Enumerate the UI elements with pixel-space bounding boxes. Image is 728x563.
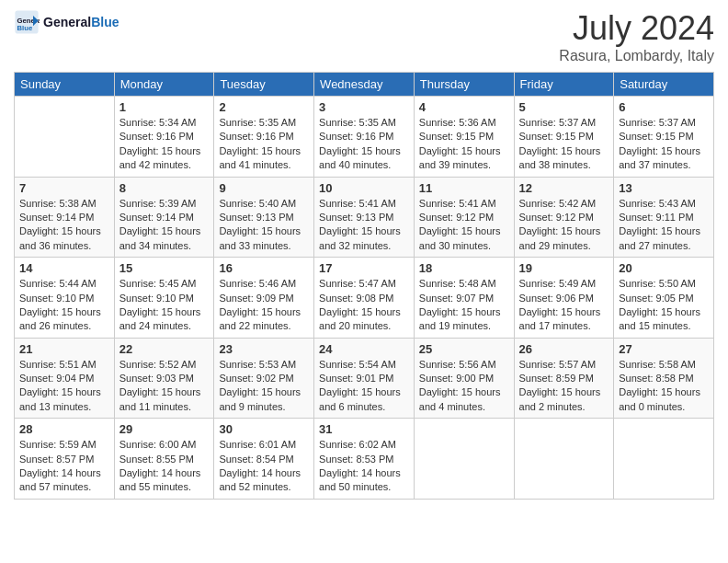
day-info: Sunrise: 5:39 AMSunset: 9:14 PMDaylight:…: [119, 197, 210, 254]
day-info: Sunrise: 5:40 AMSunset: 9:13 PMDaylight:…: [219, 197, 309, 254]
day-cell: 2Sunrise: 5:35 AMSunset: 9:16 PMDaylight…: [214, 97, 314, 178]
day-info: Sunrise: 5:56 AMSunset: 9:00 PMDaylight:…: [419, 358, 509, 415]
location-title: Rasura, Lombardy, Italy: [559, 48, 714, 64]
day-cell: 8Sunrise: 5:39 AMSunset: 9:14 PMDaylight…: [114, 177, 214, 258]
day-info: Sunrise: 6:01 AMSunset: 8:54 PMDaylight:…: [219, 438, 309, 495]
day-info: Sunrise: 6:02 AMSunset: 8:53 PMDaylight:…: [319, 438, 409, 495]
day-info: Sunrise: 5:37 AMSunset: 9:15 PMDaylight:…: [619, 116, 709, 173]
logo-icon: General Blue: [14, 9, 40, 35]
day-cell: 9Sunrise: 5:40 AMSunset: 9:13 PMDaylight…: [214, 177, 314, 258]
day-number: 14: [19, 261, 109, 275]
day-info: Sunrise: 5:42 AMSunset: 9:12 PMDaylight:…: [519, 197, 609, 254]
day-cell: 26Sunrise: 5:57 AMSunset: 8:59 PMDayligh…: [514, 338, 614, 419]
day-info: Sunrise: 5:49 AMSunset: 9:06 PMDaylight:…: [519, 277, 609, 334]
header-row: SundayMondayTuesdayWednesdayThursdayFrid…: [15, 73, 714, 97]
day-number: 5: [519, 100, 609, 114]
day-number: 27: [619, 342, 709, 356]
day-info: Sunrise: 5:51 AMSunset: 9:04 PMDaylight:…: [19, 358, 109, 415]
day-number: 8: [119, 181, 210, 195]
calendar-table: SundayMondayTuesdayWednesdayThursdayFrid…: [14, 72, 714, 500]
day-cell: 20Sunrise: 5:50 AMSunset: 9:05 PMDayligh…: [614, 258, 714, 339]
day-cell: 23Sunrise: 5:53 AMSunset: 9:02 PMDayligh…: [214, 338, 314, 419]
day-number: 6: [619, 100, 709, 114]
day-cell: 27Sunrise: 5:58 AMSunset: 8:58 PMDayligh…: [614, 338, 714, 419]
week-row-4: 21Sunrise: 5:51 AMSunset: 9:04 PMDayligh…: [15, 338, 714, 419]
logo: General Blue GeneralBlue: [14, 9, 119, 35]
day-number: 26: [519, 342, 609, 356]
day-cell: 24Sunrise: 5:54 AMSunset: 9:01 PMDayligh…: [314, 338, 415, 419]
day-number: 12: [519, 181, 609, 195]
day-cell: 13Sunrise: 5:43 AMSunset: 9:11 PMDayligh…: [614, 177, 714, 258]
week-row-2: 7Sunrise: 5:38 AMSunset: 9:14 PMDaylight…: [15, 177, 714, 258]
day-cell: 1Sunrise: 5:34 AMSunset: 9:16 PMDaylight…: [114, 97, 214, 178]
day-number: 20: [619, 261, 709, 275]
day-number: 9: [219, 181, 309, 195]
day-info: Sunrise: 5:43 AMSunset: 9:11 PMDaylight:…: [619, 197, 709, 254]
day-number: 15: [119, 261, 210, 275]
day-number: 4: [419, 100, 509, 114]
day-cell: 19Sunrise: 5:49 AMSunset: 9:06 PMDayligh…: [514, 258, 614, 339]
day-cell: 6Sunrise: 5:37 AMSunset: 9:15 PMDaylight…: [614, 97, 714, 178]
day-cell: [15, 97, 115, 178]
day-number: 19: [519, 261, 609, 275]
day-cell: 7Sunrise: 5:38 AMSunset: 9:14 PMDaylight…: [15, 177, 115, 258]
day-number: 7: [19, 181, 109, 195]
day-info: Sunrise: 5:36 AMSunset: 9:15 PMDaylight:…: [419, 116, 509, 173]
day-number: 22: [119, 342, 210, 356]
header-cell-monday: Monday: [114, 73, 214, 97]
day-number: 30: [219, 422, 309, 436]
day-info: Sunrise: 5:50 AMSunset: 9:05 PMDaylight:…: [619, 277, 709, 334]
day-number: 23: [219, 342, 309, 356]
day-cell: [414, 419, 514, 500]
day-number: 11: [419, 181, 509, 195]
day-cell: 18Sunrise: 5:48 AMSunset: 9:07 PMDayligh…: [414, 258, 514, 339]
day-info: Sunrise: 5:44 AMSunset: 9:10 PMDaylight:…: [19, 277, 109, 334]
day-cell: [614, 419, 714, 500]
day-number: 18: [419, 261, 509, 275]
day-cell: 10Sunrise: 5:41 AMSunset: 9:13 PMDayligh…: [314, 177, 415, 258]
day-info: Sunrise: 5:34 AMSunset: 9:16 PMDaylight:…: [119, 116, 210, 173]
day-number: 29: [119, 422, 210, 436]
day-number: 28: [19, 422, 109, 436]
day-cell: 17Sunrise: 5:47 AMSunset: 9:08 PMDayligh…: [314, 258, 415, 339]
day-info: Sunrise: 5:35 AMSunset: 9:16 PMDaylight:…: [219, 116, 309, 173]
day-cell: 29Sunrise: 6:00 AMSunset: 8:55 PMDayligh…: [114, 419, 214, 500]
logo-text: GeneralBlue: [43, 15, 119, 29]
week-row-3: 14Sunrise: 5:44 AMSunset: 9:10 PMDayligh…: [15, 258, 714, 339]
header-cell-wednesday: Wednesday: [314, 73, 415, 97]
day-number: 17: [319, 261, 409, 275]
day-cell: 14Sunrise: 5:44 AMSunset: 9:10 PMDayligh…: [15, 258, 115, 339]
day-info: Sunrise: 5:57 AMSunset: 8:59 PMDaylight:…: [519, 358, 609, 415]
day-info: Sunrise: 5:37 AMSunset: 9:15 PMDaylight:…: [519, 116, 609, 173]
day-info: Sunrise: 6:00 AMSunset: 8:55 PMDaylight:…: [119, 438, 210, 495]
day-info: Sunrise: 5:46 AMSunset: 9:09 PMDaylight:…: [219, 277, 309, 334]
day-info: Sunrise: 5:59 AMSunset: 8:57 PMDaylight:…: [19, 438, 109, 495]
header-cell-sunday: Sunday: [15, 73, 115, 97]
day-info: Sunrise: 5:35 AMSunset: 9:16 PMDaylight:…: [319, 116, 409, 173]
day-cell: [514, 419, 614, 500]
day-number: 13: [619, 181, 709, 195]
day-number: 31: [319, 422, 409, 436]
day-cell: 4Sunrise: 5:36 AMSunset: 9:15 PMDaylight…: [414, 97, 514, 178]
day-number: 1: [119, 100, 210, 114]
svg-text:Blue: Blue: [17, 24, 33, 32]
day-info: Sunrise: 5:41 AMSunset: 9:12 PMDaylight:…: [419, 197, 509, 254]
day-cell: 3Sunrise: 5:35 AMSunset: 9:16 PMDaylight…: [314, 97, 415, 178]
day-info: Sunrise: 5:48 AMSunset: 9:07 PMDaylight:…: [419, 277, 509, 334]
header-cell-tuesday: Tuesday: [214, 73, 314, 97]
day-cell: 5Sunrise: 5:37 AMSunset: 9:15 PMDaylight…: [514, 97, 614, 178]
day-info: Sunrise: 5:54 AMSunset: 9:01 PMDaylight:…: [319, 358, 409, 415]
day-cell: 22Sunrise: 5:52 AMSunset: 9:03 PMDayligh…: [114, 338, 214, 419]
title-area: July 2024 Rasura, Lombardy, Italy: [559, 9, 714, 64]
day-number: 10: [319, 181, 409, 195]
day-cell: 25Sunrise: 5:56 AMSunset: 9:00 PMDayligh…: [414, 338, 514, 419]
day-cell: 15Sunrise: 5:45 AMSunset: 9:10 PMDayligh…: [114, 258, 214, 339]
day-info: Sunrise: 5:58 AMSunset: 8:58 PMDaylight:…: [619, 358, 709, 415]
day-cell: 31Sunrise: 6:02 AMSunset: 8:53 PMDayligh…: [314, 419, 415, 500]
day-info: Sunrise: 5:38 AMSunset: 9:14 PMDaylight:…: [19, 197, 109, 254]
day-cell: 16Sunrise: 5:46 AMSunset: 9:09 PMDayligh…: [214, 258, 314, 339]
day-cell: 21Sunrise: 5:51 AMSunset: 9:04 PMDayligh…: [15, 338, 115, 419]
header-cell-thursday: Thursday: [414, 73, 514, 97]
day-number: 16: [219, 261, 309, 275]
day-info: Sunrise: 5:53 AMSunset: 9:02 PMDaylight:…: [219, 358, 309, 415]
